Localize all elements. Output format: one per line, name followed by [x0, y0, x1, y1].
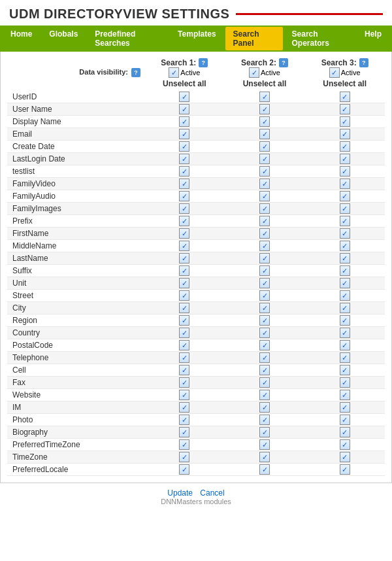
- search1-field-12-checkbox[interactable]: ✓: [179, 241, 189, 251]
- search2-field-25-checkbox[interactable]: ✓: [259, 402, 270, 413]
- search1-field-7-checkbox[interactable]: ✓: [179, 178, 189, 189]
- search1-field-21-checkbox[interactable]: ✓: [179, 352, 189, 363]
- cancel-button[interactable]: Cancel: [200, 488, 224, 498]
- search1-field-14-checkbox[interactable]: ✓: [179, 265, 189, 276]
- search3-help-icon[interactable]: ?: [359, 58, 368, 67]
- search3-field-29-checkbox[interactable]: ✓: [340, 452, 350, 462]
- search3-field-9-checkbox[interactable]: ✓: [340, 203, 350, 214]
- search1-unselect-all[interactable]: Unselect all: [163, 79, 206, 88]
- update-button[interactable]: Update: [167, 488, 193, 498]
- search1-field-29-checkbox[interactable]: ✓: [179, 452, 189, 462]
- search2-field-1-checkbox[interactable]: ✓: [259, 104, 270, 114]
- search3-field-20-checkbox[interactable]: ✓: [340, 340, 350, 350]
- search1-field-20-checkbox[interactable]: ✓: [179, 340, 189, 350]
- search2-field-2-checkbox[interactable]: ✓: [259, 116, 270, 127]
- search3-field-12-checkbox[interactable]: ✓: [340, 241, 350, 251]
- search1-field-10-checkbox[interactable]: ✓: [179, 216, 189, 226]
- search1-field-28-checkbox[interactable]: ✓: [179, 439, 189, 450]
- search1-active-checkbox[interactable]: ✓: [169, 67, 179, 78]
- search2-active-checkbox[interactable]: ✓: [249, 67, 259, 78]
- search2-field-8-checkbox[interactable]: ✓: [259, 191, 270, 201]
- nav-search-operators[interactable]: Search Operators: [284, 27, 355, 50]
- search1-field-25-checkbox[interactable]: ✓: [179, 402, 189, 413]
- search2-field-24-checkbox[interactable]: ✓: [259, 390, 270, 400]
- search2-field-30-checkbox[interactable]: ✓: [259, 464, 270, 475]
- search2-field-0-checkbox[interactable]: ✓: [259, 92, 270, 102]
- search3-field-16-checkbox[interactable]: ✓: [340, 290, 350, 301]
- search3-field-18-checkbox[interactable]: ✓: [340, 315, 350, 326]
- search3-field-23-checkbox[interactable]: ✓: [340, 377, 350, 388]
- search1-field-19-checkbox[interactable]: ✓: [179, 328, 189, 338]
- search1-field-9-checkbox[interactable]: ✓: [179, 203, 189, 214]
- search1-field-13-checkbox[interactable]: ✓: [179, 253, 189, 264]
- search2-help-icon[interactable]: ?: [279, 58, 288, 67]
- search2-field-21-checkbox[interactable]: ✓: [259, 352, 270, 363]
- search3-field-24-checkbox[interactable]: ✓: [340, 390, 350, 400]
- search1-field-6-checkbox[interactable]: ✓: [179, 166, 189, 177]
- search2-field-9-checkbox[interactable]: ✓: [259, 203, 270, 214]
- search1-field-15-checkbox[interactable]: ✓: [179, 278, 189, 288]
- search3-field-28-checkbox[interactable]: ✓: [340, 439, 350, 450]
- search2-field-10-checkbox[interactable]: ✓: [259, 216, 270, 226]
- search2-field-5-checkbox[interactable]: ✓: [259, 154, 270, 164]
- search1-field-27-checkbox[interactable]: ✓: [179, 427, 189, 437]
- search3-field-22-checkbox[interactable]: ✓: [340, 365, 350, 375]
- search2-field-26-checkbox[interactable]: ✓: [259, 415, 270, 425]
- nav-templates[interactable]: Templates: [170, 27, 223, 50]
- search2-field-3-checkbox[interactable]: ✓: [259, 129, 270, 139]
- search2-field-19-checkbox[interactable]: ✓: [259, 328, 270, 338]
- search3-field-30-checkbox[interactable]: ✓: [340, 464, 350, 475]
- search2-field-15-checkbox[interactable]: ✓: [259, 278, 270, 288]
- search2-field-17-checkbox[interactable]: ✓: [259, 303, 270, 313]
- search2-field-29-checkbox[interactable]: ✓: [259, 452, 270, 462]
- search2-field-16-checkbox[interactable]: ✓: [259, 290, 270, 301]
- search2-field-22-checkbox[interactable]: ✓: [259, 365, 270, 375]
- nav-home[interactable]: Home: [3, 27, 40, 50]
- search2-field-28-checkbox[interactable]: ✓: [259, 439, 270, 450]
- data-visibility-help-icon[interactable]: ?: [131, 68, 140, 77]
- search3-field-0-checkbox[interactable]: ✓: [340, 92, 350, 102]
- search2-field-11-checkbox[interactable]: ✓: [259, 228, 270, 239]
- search2-field-12-checkbox[interactable]: ✓: [259, 241, 270, 251]
- search1-field-11-checkbox[interactable]: ✓: [179, 228, 189, 239]
- search2-field-18-checkbox[interactable]: ✓: [259, 315, 270, 326]
- search1-field-5-checkbox[interactable]: ✓: [179, 154, 189, 164]
- search3-unselect-all[interactable]: Unselect all: [323, 79, 367, 88]
- search3-field-27-checkbox[interactable]: ✓: [340, 427, 350, 437]
- search1-field-16-checkbox[interactable]: ✓: [179, 290, 189, 301]
- search2-field-4-checkbox[interactable]: ✓: [259, 141, 270, 152]
- search3-field-4-checkbox[interactable]: ✓: [340, 141, 350, 152]
- search1-field-17-checkbox[interactable]: ✓: [179, 303, 189, 313]
- search1-field-24-checkbox[interactable]: ✓: [179, 390, 189, 400]
- search2-field-14-checkbox[interactable]: ✓: [259, 265, 270, 276]
- search1-field-4-checkbox[interactable]: ✓: [179, 141, 189, 152]
- nav-predefined-searches[interactable]: Predefined Searches: [87, 27, 169, 50]
- search3-field-26-checkbox[interactable]: ✓: [340, 415, 350, 425]
- search2-field-27-checkbox[interactable]: ✓: [259, 427, 270, 437]
- search3-field-17-checkbox[interactable]: ✓: [340, 303, 350, 313]
- search3-field-7-checkbox[interactable]: ✓: [340, 178, 350, 189]
- search1-field-26-checkbox[interactable]: ✓: [179, 415, 189, 425]
- search2-unselect-all[interactable]: Unselect all: [243, 79, 287, 88]
- search2-field-13-checkbox[interactable]: ✓: [259, 253, 270, 264]
- nav-help[interactable]: Help: [357, 27, 389, 50]
- search2-field-20-checkbox[interactable]: ✓: [259, 340, 270, 350]
- search3-field-5-checkbox[interactable]: ✓: [340, 154, 350, 164]
- search3-field-13-checkbox[interactable]: ✓: [340, 253, 350, 264]
- search1-field-1-checkbox[interactable]: ✓: [179, 104, 189, 114]
- search3-field-11-checkbox[interactable]: ✓: [340, 228, 350, 239]
- search3-field-8-checkbox[interactable]: ✓: [340, 191, 350, 201]
- search1-field-23-checkbox[interactable]: ✓: [179, 377, 189, 388]
- search1-field-2-checkbox[interactable]: ✓: [179, 116, 189, 127]
- search3-active-checkbox[interactable]: ✓: [329, 67, 340, 78]
- search2-field-6-checkbox[interactable]: ✓: [259, 166, 270, 177]
- search3-field-25-checkbox[interactable]: ✓: [340, 402, 350, 413]
- search1-field-3-checkbox[interactable]: ✓: [179, 129, 189, 139]
- search3-field-15-checkbox[interactable]: ✓: [340, 278, 350, 288]
- search3-field-3-checkbox[interactable]: ✓: [340, 129, 350, 139]
- nav-globals[interactable]: Globals: [41, 27, 86, 50]
- search3-field-2-checkbox[interactable]: ✓: [340, 116, 350, 127]
- search3-field-21-checkbox[interactable]: ✓: [340, 352, 350, 363]
- search3-field-19-checkbox[interactable]: ✓: [340, 328, 350, 338]
- search1-field-18-checkbox[interactable]: ✓: [179, 315, 189, 326]
